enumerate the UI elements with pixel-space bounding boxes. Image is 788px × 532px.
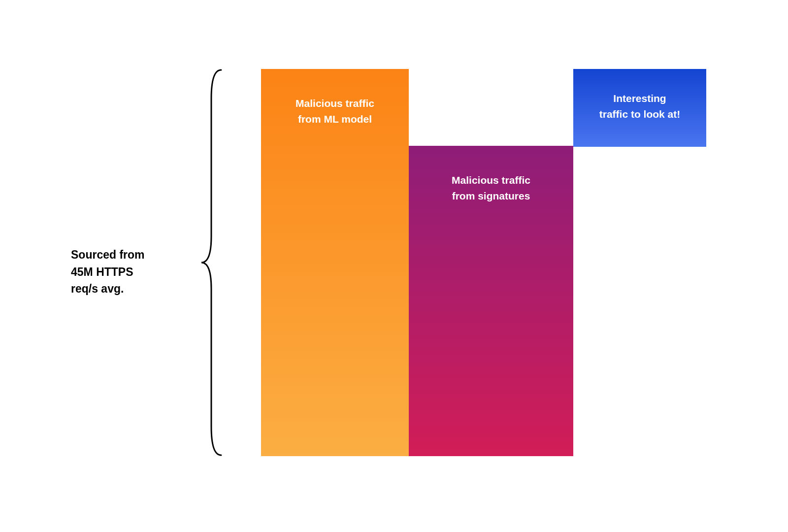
bar-interesting: Interesting traffic to look at! bbox=[573, 69, 706, 147]
bars-region: Malicious traffic from ML model Maliciou… bbox=[261, 69, 744, 456]
source-label: Sourced from 45M HTTPS req/s avg. bbox=[71, 246, 145, 298]
curly-brace-icon bbox=[199, 69, 223, 456]
bar-interesting-label: Interesting traffic to look at! bbox=[599, 91, 681, 147]
bar-ml-model-label: Malicious traffic from ML model bbox=[296, 96, 374, 456]
diagram-container: Sourced from 45M HTTPS req/s avg. Malici… bbox=[0, 0, 788, 532]
bar-ml-model: Malicious traffic from ML model bbox=[261, 69, 409, 456]
bar-signatures-label: Malicious traffic from signatures bbox=[452, 172, 530, 456]
bar-signatures: Malicious traffic from signatures bbox=[409, 146, 573, 456]
